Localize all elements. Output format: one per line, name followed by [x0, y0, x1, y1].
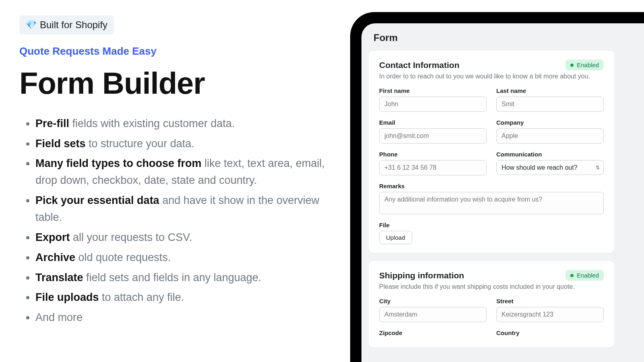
shipping-information-card: Shipping information Enabled Please incl… [369, 261, 614, 348]
phone-field[interactable] [379, 160, 487, 175]
communication-label: Communication [496, 151, 604, 158]
first-name-field[interactable] [379, 97, 487, 112]
card-description: In order to to reach out to you we would… [379, 73, 604, 80]
tagline-link[interactable]: Quote Requests Made Easy [19, 45, 325, 58]
screen-title: Form [374, 32, 644, 43]
communication-select[interactable]: How should we reach out? [496, 160, 604, 175]
list-item: File uploads to attach any file. [35, 289, 325, 306]
remarks-field[interactable] [379, 192, 604, 214]
status-dot-icon [570, 64, 574, 67]
card-title: Shipping information [379, 271, 464, 280]
email-field[interactable] [379, 128, 487, 144]
upload-button[interactable]: Upload [379, 231, 412, 244]
list-item: Field sets to structure your data. [35, 136, 325, 152]
page-title: Form Builder [19, 67, 325, 99]
list-item: Export all your requests to CSV. [35, 229, 325, 246]
city-label: City [379, 298, 487, 304]
card-description: Please include this if you want shipping… [379, 283, 604, 290]
company-label: Company [496, 119, 604, 126]
file-label: File [379, 222, 604, 228]
first-name-label: First name [379, 87, 487, 94]
street-field[interactable] [496, 307, 604, 322]
device-screen: Form Contact Information Enabled In o [361, 23, 644, 362]
device-frame: Form Contact Information Enabled In o [350, 12, 644, 362]
feature-list: Pre-fill fields with existing customer d… [35, 115, 325, 326]
last-name-field[interactable] [496, 97, 604, 112]
company-field[interactable] [496, 128, 604, 144]
country-label: Country [496, 329, 604, 336]
list-item: Pick your essential data and have it sho… [35, 192, 325, 226]
status-badge: Enabled [566, 60, 604, 70]
gem-icon: 💎 [26, 20, 37, 30]
badge-text: Built for Shopify [40, 19, 107, 31]
phone-label: Phone [379, 151, 487, 158]
card-title: Contact Information [379, 60, 460, 70]
zipcode-label: Zipcode [379, 329, 487, 336]
email-label: Email [379, 119, 487, 126]
built-for-shopify-badge: 💎 Built for Shopify [19, 15, 114, 35]
list-item: Many field types to choose from like tex… [35, 155, 325, 189]
list-item: And more [35, 309, 325, 326]
street-label: Street [496, 298, 604, 304]
list-item: Pre-fill fields with existing customer d… [35, 115, 325, 132]
status-badge: Enabled [566, 270, 604, 281]
list-item: Archive old quote requests. [35, 249, 325, 266]
contact-information-card: Contact Information Enabled In order to … [369, 51, 614, 253]
last-name-label: Last name [496, 87, 604, 94]
remarks-label: Remarks [379, 183, 604, 189]
city-field[interactable] [379, 307, 487, 322]
list-item: Translate field sets and fields in any l… [35, 269, 325, 286]
status-dot-icon [570, 274, 574, 277]
